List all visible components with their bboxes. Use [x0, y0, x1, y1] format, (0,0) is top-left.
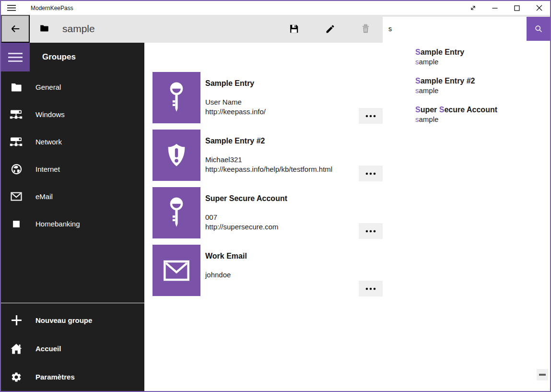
sidebar-item-network[interactable]: Network	[1, 128, 144, 155]
entry-row[interactable]: Super Secure Account 007 http://supersec…	[152, 187, 383, 238]
hamburger-icon	[8, 53, 23, 54]
sidebar: Groupes General Windows	[1, 43, 144, 391]
database-name: sample	[62, 15, 95, 43]
search-input[interactable]	[383, 17, 527, 41]
app-window: ModernKeePass	[0, 0, 551, 392]
resize-icon	[469, 4, 477, 12]
gear-icon	[10, 371, 23, 383]
entry-details: 007 http://supersecure.com	[205, 213, 279, 232]
entry-username: Michael321	[205, 155, 332, 165]
sidebar-item-label: Windows	[35, 110, 65, 119]
suggestion-item[interactable]: Sample Entry #2 sample	[383, 74, 550, 103]
alert-shield-icon	[163, 141, 190, 170]
more-dots-icon	[365, 115, 376, 118]
suggestion-subtitle: sample	[415, 86, 545, 95]
minimize-icon	[492, 5, 498, 11]
sidebar-item-label: Homebanking	[35, 220, 80, 228]
maximize-button[interactable]	[506, 1, 528, 15]
entry-tile[interactable]	[152, 187, 200, 238]
entry-row[interactable]: Sample Entry #2 Michael321 http://keepas…	[152, 130, 383, 181]
entry-title: Super Secure Account	[205, 193, 287, 204]
database-folder-icon	[39, 24, 49, 33]
app-title: ModernKeePass	[31, 5, 73, 12]
sidebar-item-label: Accueil	[35, 344, 61, 353]
entry-details: johndoe	[205, 270, 231, 280]
menu-icon	[7, 5, 16, 11]
entry-title: Work Email	[205, 251, 247, 261]
sidebar-separator	[1, 303, 144, 303]
suggestion-subtitle: sample	[415, 57, 545, 67]
delete-trash-icon	[361, 24, 371, 34]
envelope-icon	[163, 260, 190, 282]
entry-username: User Name	[205, 97, 266, 107]
more-dots-icon	[365, 172, 376, 175]
search-suggestions: Sample Entry sample Sample Entry #2 samp…	[383, 41, 550, 139]
save-icon	[289, 24, 299, 34]
entry-username: johndoe	[205, 270, 231, 280]
key-icon	[166, 197, 187, 229]
entry-details: Michael321 http://keepass.info/help/kb/t…	[205, 155, 332, 174]
entry-tile[interactable]	[152, 130, 200, 181]
fullscreen-button[interactable]	[462, 1, 484, 15]
edit-button[interactable]	[319, 15, 340, 43]
entry-row[interactable]: Work Email johndoe	[152, 245, 383, 296]
sidebar-item-label: General	[35, 83, 61, 91]
entry-url: http://supersecure.com	[205, 222, 279, 232]
entry-username: 007	[205, 213, 279, 222]
zoom-out-button[interactable]	[537, 369, 548, 380]
titlebar-menu-button[interactable]	[1, 1, 22, 15]
maximize-icon	[514, 5, 520, 11]
entry-more-button[interactable]	[359, 223, 383, 239]
window-controls	[462, 1, 550, 15]
save-button[interactable]	[283, 15, 305, 43]
sidebar-item-new-group[interactable]: Nouveau groupe	[1, 306, 144, 334]
sidebar-item-settings[interactable]: Paramètres	[1, 363, 144, 391]
suggestion-title: Sample Entry	[415, 48, 545, 57]
suggestion-title: Sample Entry #2	[415, 76, 545, 86]
entry-title: Sample Entry #2	[205, 136, 265, 146]
suggestion-subtitle: sample	[415, 115, 545, 124]
edit-pencil-icon	[325, 24, 335, 34]
sidebar-item-home[interactable]: Accueil	[1, 334, 144, 363]
more-dots-icon	[365, 230, 376, 233]
sidebar-item-label: Paramètres	[35, 373, 75, 381]
plus-icon	[10, 314, 23, 326]
entry-tile[interactable]	[152, 245, 200, 296]
folder-icon	[10, 82, 23, 93]
square-icon	[10, 219, 23, 229]
entry-tile[interactable]	[152, 72, 200, 123]
suggestion-title: Super Secure Account	[415, 105, 545, 115]
suggestion-item[interactable]: Sample Entry sample	[383, 46, 550, 74]
close-icon	[536, 5, 542, 11]
delete-button[interactable]	[355, 15, 376, 43]
groups-header: Groupes	[42, 43, 76, 71]
entry-url: http://keepass.info/help/kb/testform.htm…	[205, 165, 332, 174]
entry-more-button[interactable]	[359, 166, 383, 181]
search-button[interactable]	[527, 17, 550, 41]
globe-icon	[10, 163, 23, 175]
entry-more-button[interactable]	[359, 108, 383, 124]
minimize-button[interactable]	[484, 1, 506, 15]
entry-more-button[interactable]	[359, 281, 383, 297]
entry-url: http://keepass.info/	[205, 107, 266, 117]
close-button[interactable]	[528, 1, 550, 15]
entry-row[interactable]: Sample Entry User Name http://keepass.in…	[152, 72, 383, 123]
sidebar-item-windows[interactable]: Windows	[1, 101, 144, 128]
sidebar-item-internet[interactable]: Internet	[1, 155, 144, 183]
envelope-icon	[10, 191, 23, 202]
sidebar-item-homebanking[interactable]: Homebanking	[1, 210, 144, 238]
back-arrow-icon	[10, 24, 21, 34]
back-button[interactable]	[1, 15, 30, 43]
titlebar: ModernKeePass	[1, 1, 550, 15]
sidebar-item-label: Nouveau groupe	[35, 316, 92, 324]
home-icon	[10, 343, 23, 355]
sidebar-hamburger-button[interactable]	[1, 43, 30, 71]
sidebar-item-label: eMail	[35, 192, 53, 201]
entry-title: Sample Entry	[205, 78, 254, 89]
sidebar-item-general[interactable]: General	[1, 73, 144, 101]
sidebar-item-email[interactable]: eMail	[1, 183, 144, 210]
key-icon	[166, 82, 187, 114]
suggestion-item[interactable]: Super Secure Account sample	[383, 103, 550, 132]
minus-icon	[539, 374, 546, 376]
network-icon	[10, 109, 23, 120]
